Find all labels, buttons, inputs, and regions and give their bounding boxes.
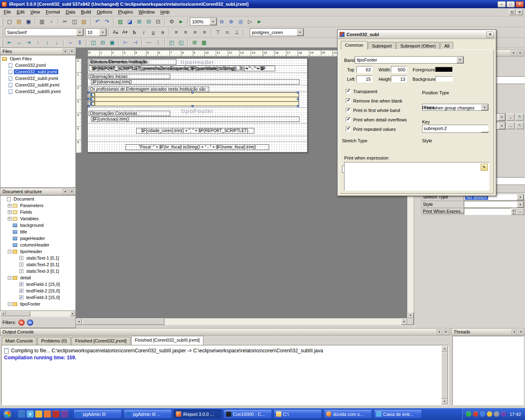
title-bar[interactable]: iReport 3.0.0 [Coren032_subI 537x842 (Un… <box>0 0 525 8</box>
compile-icon[interactable]: ⚙ <box>167 17 176 26</box>
snap-to-grid-icon[interactable]: ⊞ <box>190 38 199 47</box>
tree-node-textfield[interactable]: textField-3 [15,0] <box>0 294 75 301</box>
menu-item[interactable]: Window <box>136 8 158 16</box>
checkbox-box[interactable]: ✓ <box>346 89 351 94</box>
chart-element-icon[interactable]: ◪ <box>125 17 135 26</box>
tab-subreport[interactable]: Subreport <box>368 42 396 50</box>
antivirus-icon[interactable] <box>466 411 471 417</box>
align-v-center-icon[interactable]: ↕ <box>43 38 52 47</box>
datasource-combobox[interactable]: postgres_coren ▼ <box>250 28 304 36</box>
zoom-actual-icon[interactable]: ◎ <box>236 17 245 26</box>
scroll-down-icon[interactable]: ▼ <box>407 312 414 318</box>
tree-node-band-pageheader[interactable]: pageHeader <box>0 235 75 242</box>
textfield-element[interactable]: $P{REPORT_SCRIPTLET}.preencheZerosEsquer… <box>89 66 275 71</box>
messenger-icon[interactable] <box>501 411 506 417</box>
toolbar-grip[interactable] <box>2 18 3 25</box>
combo-arrow-icon[interactable]: ▼ <box>297 29 304 36</box>
page-setup-icon[interactable]: ▫ <box>47 17 56 26</box>
scroll-right-icon[interactable]: ► <box>401 318 407 325</box>
vertical-scrollbar[interactable]: ▲ ▼ <box>441 346 448 404</box>
expand-toggle[interactable]: + <box>8 210 11 214</box>
menu-item[interactable]: File <box>1 8 14 16</box>
valign-middle-icon[interactable]: ≍ <box>223 28 232 37</box>
tab-common[interactable]: Common <box>341 41 368 50</box>
frame-element-icon[interactable]: ⊡ <box>153 17 163 26</box>
menu-item[interactable]: Build <box>78 8 94 16</box>
menu-item[interactable]: Data <box>63 8 78 16</box>
tab-finished-coren032[interactable]: Finished [Coren032.jrxml] <box>71 337 130 345</box>
valign-top-icon[interactable]: ⊤ <box>213 28 223 37</box>
tab-main-console[interactable]: Main Console <box>2 337 37 345</box>
subreport-element[interactable] <box>89 101 299 106</box>
files-panel-header[interactable]: Files ▾ ✕ <box>0 48 76 55</box>
file-item[interactable]: Coren032_subIIII.jrxml <box>0 88 75 95</box>
crosstab-element-icon[interactable]: ⊞ <box>135 17 144 26</box>
run-icon[interactable]: ► <box>176 17 186 26</box>
print-when-expression-input[interactable] <box>344 162 489 191</box>
scroll-up-icon[interactable]: ▲ <box>441 346 448 352</box>
task-button-ireport[interactable]: iReport 3.0.0 ... <box>173 409 222 419</box>
combo-arrow-icon[interactable]: ▼ <box>498 114 505 121</box>
print-when-expression-field[interactable] <box>464 208 511 215</box>
printer-icon[interactable] <box>494 411 499 417</box>
combo-arrow-icon[interactable]: ▼ <box>517 201 524 208</box>
file-item-selected[interactable]: Coren032_subI.jrxml <box>0 68 75 75</box>
pin-icon[interactable]: ▾ <box>62 49 68 54</box>
combo-arrow-icon[interactable]: ▼ <box>517 194 524 200</box>
same-height-icon[interactable]: ⇕ <box>75 38 84 47</box>
textfield-element[interactable]: $F{conclusao}.trim() <box>91 116 299 122</box>
tab-subreport-other[interactable]: Subreport (Other) <box>396 42 440 50</box>
width-input[interactable] <box>391 66 407 73</box>
scroll-down-icon[interactable]: ▼ <box>441 399 448 404</box>
textfield-element[interactable]: $F{cidade_coren}.trim() + ", " + $P{REPO… <box>136 128 254 134</box>
align-top-edges-icon[interactable]: ↑ <box>33 38 43 47</box>
static-text-element[interactable]: Estrutura Elementos Instituição : Estrut… <box>89 59 176 65</box>
align-right-icon[interactable]: ≡ <box>190 28 200 37</box>
threads-panel-header[interactable]: Threads ▾ ✕ <box>451 328 525 336</box>
selection-handle[interactable] <box>88 91 90 94</box>
ellipsis-button[interactable]: ... <box>507 114 515 121</box>
static-text-element[interactable]: Observações Conclusivas : <box>89 111 170 116</box>
subreport-element-icon[interactable]: ⊟ <box>144 17 153 26</box>
selection-handle[interactable] <box>297 91 299 94</box>
cut-icon[interactable]: ✂ <box>60 17 70 26</box>
tab-all[interactable]: All <box>440 42 453 50</box>
selection-handle[interactable] <box>88 98 90 100</box>
spinner-up-icon[interactable]: ▲ <box>511 208 516 212</box>
static-text-element[interactable]: Observações Iniciais : <box>89 74 170 79</box>
expand-toggle[interactable]: + <box>8 204 11 208</box>
send-to-back-icon[interactable]: ◱ <box>176 38 186 47</box>
show-grid-icon[interactable]: ▦ <box>199 38 209 47</box>
scroll-right-icon[interactable]: ► <box>70 311 75 316</box>
static-text-element[interactable]: Os profissionais de Enfermagem alocados … <box>89 87 209 92</box>
combo-arrow-icon[interactable]: ▼ <box>498 122 505 129</box>
menu-item[interactable]: View <box>27 8 43 16</box>
filter-include-icon[interactable] <box>27 320 33 326</box>
close-icon[interactable]: ✕ <box>69 189 75 194</box>
scrollbar-thumb[interactable] <box>441 352 448 399</box>
checkbox-box[interactable]: ✓ <box>346 117 351 122</box>
center-in-background-icon[interactable]: ▣ <box>107 38 117 47</box>
height-input[interactable] <box>391 75 407 82</box>
filter-exclude-icon[interactable] <box>18 320 25 326</box>
tree-node-textfield[interactable]: textField-1 [15,0] <box>0 281 75 288</box>
tab-problems[interactable]: Problems (0) <box>37 337 71 345</box>
expression-editor-icon[interactable]: ✎ <box>516 114 524 121</box>
mail-icon[interactable] <box>35 411 42 418</box>
run-report-icon[interactable]: ► <box>255 17 264 26</box>
checkbox-box[interactable]: ✓ <box>346 127 351 132</box>
mdi-restore-icon[interactable]: ◱ <box>509 9 516 15</box>
expand-toggle[interactable]: − <box>8 276 11 280</box>
expression-editor-icon[interactable]: ✎ <box>516 122 524 129</box>
tree-node-band-background[interactable]: background <box>0 222 75 228</box>
start-button[interactable] <box>2 409 13 420</box>
tree-node-textfield[interactable]: textField-2 [15,0] <box>0 288 75 294</box>
tree-node-open-files[interactable]: Open Files <box>0 55 75 62</box>
task-button-pgadmin[interactable]: pgAdmin III <box>73 409 122 419</box>
checkbox-transparent[interactable]: ✓ Transparent <box>346 89 377 94</box>
file-item[interactable]: Coren032_subII.jrxml <box>0 75 75 82</box>
bold-icon[interactable]: b <box>130 28 139 37</box>
join-left-icon[interactable]: ⊢ <box>121 38 130 47</box>
selection-handle[interactable] <box>88 105 90 107</box>
file-item[interactable]: Coren032.jrxml <box>0 62 75 68</box>
